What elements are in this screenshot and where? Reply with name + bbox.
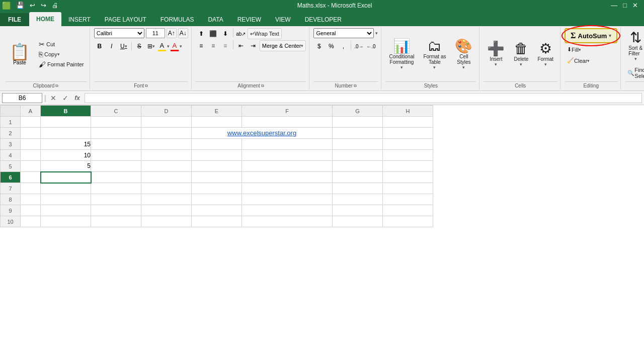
merge-center-button[interactable]: Merge & Center ▾	[260, 40, 306, 51]
cell-E10[interactable]	[192, 216, 242, 227]
font-size-input[interactable]	[146, 28, 165, 38]
fill-dropdown[interactable]: ▾	[579, 47, 581, 52]
cell-A10[interactable]	[21, 216, 41, 227]
cs-dropdown[interactable]: ▾	[462, 65, 465, 70]
cell-A2[interactable]	[21, 128, 41, 139]
cell-D9[interactable]	[141, 205, 192, 216]
cell-C1[interactable]	[91, 117, 141, 128]
close-button[interactable]: ✕	[630, 0, 640, 12]
col-header-E[interactable]: E	[192, 106, 242, 117]
decrease-font-button[interactable]: A↓	[178, 28, 188, 38]
cell-B4[interactable]: 10	[41, 150, 91, 161]
cell-styles-button[interactable]: 🎨 CellStyles ▾	[451, 37, 476, 72]
tab-home[interactable]: HOME	[29, 12, 61, 26]
cell-A1[interactable]	[21, 117, 41, 128]
italic-button[interactable]: I	[106, 41, 117, 52]
col-header-F[interactable]: F	[242, 106, 333, 117]
tab-view[interactable]: VIEW	[268, 13, 298, 26]
sort-dropdown[interactable]: ▾	[634, 56, 637, 61]
tab-insert[interactable]: INSERT	[61, 13, 98, 26]
clear-button[interactable]: 🧹 Clear ▾	[565, 56, 592, 65]
autosum-button[interactable]: Σ AutoSum ▾	[565, 28, 617, 43]
cell-F1[interactable]	[242, 117, 333, 128]
cell-G7[interactable]	[333, 183, 383, 194]
align-middle-button[interactable]: ⬛	[208, 28, 219, 39]
cell-B10[interactable]	[41, 216, 91, 227]
align-center-button[interactable]: ≡	[208, 40, 219, 51]
align-bottom-button[interactable]: ⬇	[220, 28, 231, 39]
clear-dropdown[interactable]: ▾	[587, 58, 590, 63]
cell-C3[interactable]	[91, 139, 141, 150]
strikethrough-button[interactable]: S	[134, 41, 145, 52]
cell-H2[interactable]	[383, 128, 433, 139]
cell-B3[interactable]: 15	[41, 139, 91, 150]
cell-G1[interactable]	[333, 117, 383, 128]
save-button[interactable]: 💾	[14, 0, 26, 12]
delete-button[interactable]: 🗑 Delete ▾	[510, 39, 532, 69]
currency-button[interactable]: $	[313, 41, 325, 52]
cell-A7[interactable]	[21, 183, 41, 194]
autosum-dropdown[interactable]: ▾	[609, 33, 611, 38]
cell-E3[interactable]	[192, 139, 242, 150]
insert-button[interactable]: ➕ Insert ▾	[484, 39, 508, 69]
cell-E7[interactable]	[192, 183, 242, 194]
cut-button[interactable]: ✂ Cut	[36, 39, 87, 49]
cell-D4[interactable]	[141, 150, 192, 161]
cell-F7[interactable]	[242, 183, 333, 194]
cell-C8[interactable]	[91, 194, 141, 205]
tab-page-layout[interactable]: PAGE LAYOUT	[98, 13, 153, 26]
fill-color-button[interactable]: A	[158, 42, 166, 51]
border-button[interactable]: ⊞ ▾	[146, 41, 157, 52]
cell-B2[interactable]	[41, 128, 91, 139]
copy-button[interactable]: ⎘ Copy ▾	[36, 49, 87, 59]
cell-D7[interactable]	[141, 183, 192, 194]
fill-button[interactable]: ⬇ Fill ▾	[565, 45, 584, 54]
number-expand-icon[interactable]: ⧉	[354, 83, 357, 88]
font-expand-icon[interactable]: ⧉	[145, 83, 148, 88]
cell-D6[interactable]	[141, 172, 192, 183]
format-painter-button[interactable]: 🖌 Format Painter	[36, 59, 87, 69]
cell-F3[interactable]	[242, 139, 333, 150]
underline-button[interactable]: U ▾	[118, 41, 129, 52]
increase-indent-button[interactable]: ⇥	[248, 40, 259, 51]
font-color-button[interactable]: A	[171, 42, 179, 51]
number-format-dropdown[interactable]: ▾	[375, 31, 378, 36]
cell-A5[interactable]	[21, 161, 41, 172]
cell-F6[interactable]	[242, 172, 333, 183]
cell-F4[interactable]	[242, 150, 333, 161]
minimize-button[interactable]: —	[609, 0, 619, 12]
tab-developer[interactable]: DEVELOPER	[298, 13, 349, 26]
copy-dropdown-arrow[interactable]: ▾	[57, 52, 60, 57]
cell-C7[interactable]	[91, 183, 141, 194]
cell-C6[interactable]	[91, 172, 141, 183]
cell-F5[interactable]	[242, 161, 333, 172]
formula-input[interactable]	[85, 93, 642, 103]
formula-confirm-button[interactable]: ✓	[60, 93, 70, 103]
cell-H6[interactable]	[383, 172, 433, 183]
cell-C9[interactable]	[91, 205, 141, 216]
cell-E6[interactable]	[192, 172, 242, 183]
bold-button[interactable]: B	[94, 41, 105, 52]
col-header-B[interactable]: B	[41, 106, 91, 117]
percent-button[interactable]: %	[326, 41, 337, 52]
cell-H5[interactable]	[383, 161, 433, 172]
cell-D5[interactable]	[141, 161, 192, 172]
col-header-H[interactable]: H	[383, 106, 433, 117]
cell-reference-box[interactable]	[2, 93, 42, 103]
cell-E2[interactable]: www.excelsuperstar.org	[192, 128, 333, 139]
cell-B8[interactable]	[41, 194, 91, 205]
spreadsheet-container[interactable]: A B C D E F G H 1	[0, 105, 644, 362]
cell-B9[interactable]	[41, 205, 91, 216]
format-dropdown[interactable]: ▾	[544, 62, 547, 67]
cell-D2[interactable]	[141, 128, 192, 139]
cell-G6[interactable]	[333, 172, 383, 183]
merge-center-dropdown[interactable]: ▾	[301, 43, 303, 48]
cell-A4[interactable]	[21, 150, 41, 161]
tab-data[interactable]: DATA	[201, 13, 230, 26]
orientation-button[interactable]: ab↗	[235, 28, 247, 39]
align-top-button[interactable]: ⬆	[196, 28, 207, 39]
cf-dropdown[interactable]: ▾	[400, 65, 403, 70]
cell-E1[interactable]	[192, 117, 242, 128]
cell-A3[interactable]	[21, 139, 41, 150]
sort-filter-button[interactable]: ⇅ Sort &Filter ▾	[625, 28, 644, 64]
